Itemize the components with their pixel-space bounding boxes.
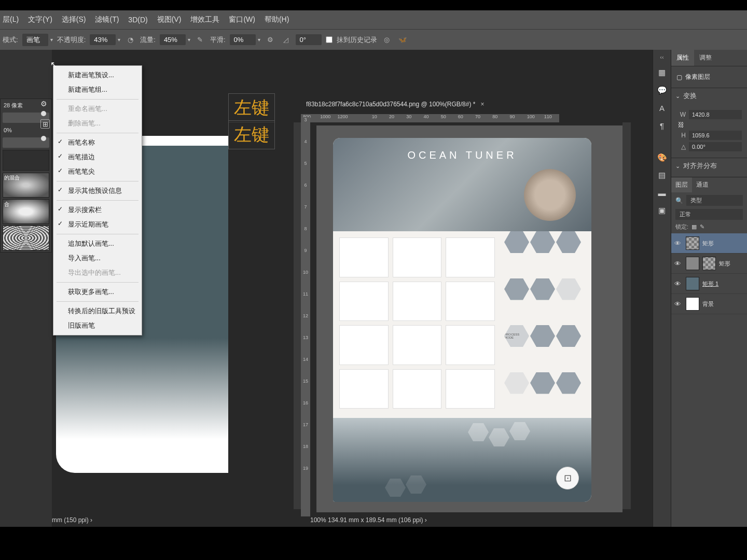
gear-icon[interactable]: ⚙ bbox=[40, 100, 50, 109]
menu-brush-name[interactable]: 画笔名称 bbox=[53, 135, 142, 150]
filter-kind-dropdown[interactable]: 类型 bbox=[686, 195, 743, 206]
layer-kind-label: 像素图层 bbox=[685, 73, 710, 81]
menu-show-recent[interactable]: 显示近期画笔 bbox=[53, 217, 142, 232]
comments-icon[interactable]: 💬 bbox=[657, 85, 667, 95]
menu-3d[interactable]: 3D(D) bbox=[128, 16, 147, 24]
libraries-icon[interactable]: ▣ bbox=[657, 205, 667, 216]
brush-thumb[interactable] bbox=[3, 226, 49, 250]
visibility-icon[interactable]: 👁 bbox=[674, 280, 683, 288]
close-icon[interactable]: × bbox=[480, 101, 484, 108]
scrollbar-vertical[interactable] bbox=[622, 122, 631, 509]
chevron-down-icon[interactable]: ▾ bbox=[118, 37, 120, 43]
link-icon[interactable]: ⛓ bbox=[676, 121, 686, 129]
brush-search[interactable] bbox=[3, 150, 49, 171]
butterfly-icon[interactable]: 🦋 bbox=[397, 34, 408, 46]
document-tab-bar: f83b18c28f7fa6c8c710a5d0d376544.png @ 10… bbox=[306, 101, 484, 108]
layer-row[interactable]: 👁 矩形 bbox=[671, 254, 747, 274]
menu-view[interactable]: 视图(V) bbox=[157, 15, 182, 24]
brush-thumb[interactable]: 的混合 bbox=[3, 173, 49, 198]
layer-thumb[interactable] bbox=[686, 277, 699, 290]
gradients-icon[interactable]: ▬ bbox=[657, 188, 667, 198]
chevron-down-icon[interactable]: ▾ bbox=[188, 37, 190, 43]
tab-adjustments[interactable]: 调整 bbox=[694, 50, 717, 66]
chevron-down-icon[interactable]: ▾ bbox=[258, 37, 260, 43]
menu-window[interactable]: 窗口(W) bbox=[229, 15, 255, 24]
menu-get-more-brushes[interactable]: 获取更多画笔... bbox=[53, 285, 142, 299]
gear-icon[interactable]: ⚙ bbox=[265, 34, 276, 46]
menu-append-default[interactable]: 追加默认画笔... bbox=[53, 236, 142, 251]
visibility-icon[interactable]: 👁 bbox=[674, 300, 683, 308]
layer-name[interactable]: 矩形 bbox=[702, 240, 714, 247]
pressure-size-icon[interactable]: ◎ bbox=[381, 34, 393, 46]
visibility-icon[interactable]: 👁 bbox=[674, 240, 683, 247]
menu-text[interactable]: 文字(Y) bbox=[28, 15, 52, 24]
history-label: 抹到历史记录 bbox=[337, 35, 377, 45]
menu-layer[interactable]: 层(L) bbox=[3, 15, 19, 24]
brush-size-label: 28 像素 bbox=[4, 102, 23, 109]
menu-import-brushes[interactable]: 导入画笔... bbox=[53, 251, 142, 265]
brush-thumb[interactable]: 合 bbox=[3, 199, 49, 224]
layer-thumb[interactable] bbox=[686, 257, 699, 270]
pressure-opacity-icon[interactable]: ◔ bbox=[125, 34, 136, 46]
tab-properties[interactable]: 属性 bbox=[671, 50, 694, 66]
brush-hardness-label: 0% bbox=[4, 127, 12, 133]
menu-new-brush-preset[interactable]: 新建画笔预设... bbox=[53, 68, 142, 82]
lock-brush-icon[interactable]: ✎ bbox=[700, 223, 704, 230]
new-preset-button[interactable]: ⊞ bbox=[40, 119, 50, 129]
lock-label: 锁定: bbox=[675, 223, 688, 231]
menu-show-search[interactable]: 显示搜索栏 bbox=[53, 203, 142, 217]
blend-mode-dropdown[interactable]: 正常 bbox=[675, 209, 743, 220]
document-canvas-2[interactable]: OCEAN TUNER PROCESS MODE ⊡ bbox=[333, 138, 591, 502]
layer-name[interactable]: 矩形 1 bbox=[702, 280, 718, 288]
menu-show-other-info[interactable]: 显示其他预设信息 bbox=[53, 184, 142, 198]
layer-row[interactable]: 👁 矩形 bbox=[671, 233, 747, 254]
status-bar: 100% 134.91 mm x 189.54 mm (106 ppi) › bbox=[310, 516, 427, 524]
rotation-field[interactable]: 0.00° bbox=[689, 142, 742, 151]
histogram-icon[interactable]: ▦ bbox=[657, 67, 667, 78]
collapse-icon[interactable]: ‹‹ bbox=[660, 54, 663, 60]
angle-field[interactable]: 0° bbox=[296, 34, 322, 45]
flow-field[interactable]: 45% bbox=[160, 34, 186, 45]
brush-hardness-slider[interactable] bbox=[3, 137, 49, 148]
search-icon[interactable]: 🔍 bbox=[675, 197, 683, 204]
menu-legacy-brushes[interactable]: 旧版画笔 bbox=[53, 318, 142, 333]
menu-plugins[interactable]: 增效工具 bbox=[190, 15, 219, 24]
tab-channels[interactable]: 通道 bbox=[692, 177, 713, 192]
layer-name[interactable]: 背景 bbox=[702, 300, 714, 308]
document-tab[interactable]: f83b18c28f7fa6c8c710a5d0d376544.png @ 10… bbox=[306, 101, 475, 108]
character-icon[interactable]: A bbox=[657, 103, 667, 113]
smooth-field[interactable]: 0% bbox=[230, 34, 256, 45]
mode-dropdown[interactable]: 画笔 bbox=[22, 34, 48, 46]
transform-header[interactable]: 变换 bbox=[671, 88, 747, 104]
menu-converted-legacy-presets[interactable]: 转换后的旧版工具预设 bbox=[53, 304, 142, 318]
width-field[interactable]: 1420.8 bbox=[689, 110, 742, 119]
lock-pixels-icon[interactable]: ▩ bbox=[691, 223, 697, 230]
menu-help[interactable]: 帮助(H) bbox=[265, 15, 289, 24]
layer-row[interactable]: 👁 背景 bbox=[671, 294, 747, 314]
opacity-field[interactable]: 43% bbox=[90, 34, 116, 45]
layer-mask-thumb[interactable] bbox=[702, 257, 716, 270]
menu-new-brush-group[interactable]: 新建画笔组... bbox=[53, 82, 142, 97]
visibility-icon[interactable]: 👁 bbox=[674, 260, 683, 268]
angle-label: △ bbox=[676, 143, 686, 150]
document-viewport-2: OCEAN TUNER PROCESS MODE ⊡ bbox=[316, 125, 622, 512]
layer-mask-thumb[interactable] bbox=[686, 236, 699, 250]
layer-name[interactable]: 矩形 bbox=[719, 260, 730, 268]
paragraph-icon[interactable]: ¶ bbox=[657, 120, 667, 131]
height-field[interactable]: 1059.6 bbox=[689, 131, 742, 140]
menu-filter[interactable]: 滤镜(T) bbox=[95, 15, 119, 24]
lens-icon[interactable]: ⊡ bbox=[556, 467, 579, 489]
chevron-down-icon[interactable]: ▾ bbox=[50, 37, 53, 43]
key-hint-overlay: 左键 bbox=[228, 93, 275, 122]
airbrush-icon[interactable]: ✎ bbox=[195, 34, 206, 46]
history-checkbox[interactable] bbox=[326, 36, 333, 43]
menu-select[interactable]: 选择(S) bbox=[62, 15, 86, 24]
tab-layers[interactable]: 图层 bbox=[671, 177, 692, 192]
menu-brush-stroke[interactable]: 画笔描边 bbox=[53, 150, 142, 164]
layer-row[interactable]: 👁 矩形 1 bbox=[671, 274, 747, 294]
swatches-icon[interactable]: 🎨 bbox=[657, 152, 667, 163]
menu-brush-tip[interactable]: 画笔笔尖 bbox=[53, 164, 142, 179]
align-header[interactable]: 对齐并分布 bbox=[671, 158, 747, 174]
patterns-icon[interactable]: ▤ bbox=[657, 170, 667, 180]
layer-thumb[interactable] bbox=[686, 297, 699, 311]
